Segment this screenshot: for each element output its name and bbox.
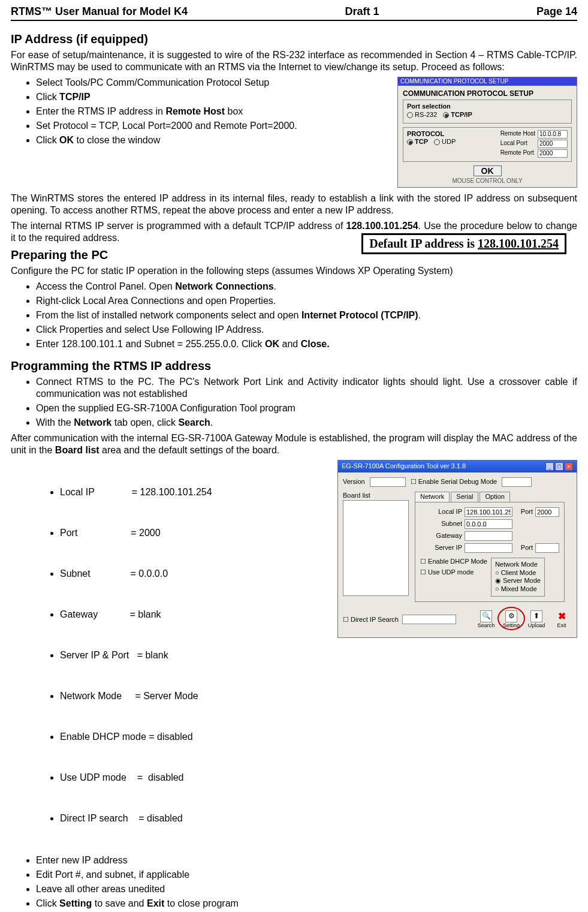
list-item: Click Properties and select Use Followin… <box>36 324 577 336</box>
paragraph-winrtms-store: The WinRTMS stores the entered IP addres… <box>11 192 577 216</box>
setting-button[interactable]: ⚙Setting <box>501 610 521 629</box>
list-item-text: Access the Control Panel. Open <box>36 281 175 291</box>
serial-debug-input[interactable] <box>502 477 532 487</box>
list-item-text: tab open, click <box>111 417 178 428</box>
board-list[interactable] <box>343 500 409 596</box>
radio-server-mode[interactable]: Server Mode <box>495 577 541 585</box>
maximize-icon[interactable]: □ <box>555 462 563 471</box>
remote-host-label: Remote Host <box>500 130 535 139</box>
list-item-text: to close the window <box>74 135 160 145</box>
port-input[interactable] <box>535 507 559 517</box>
list-item-text: From the list of installed network compo… <box>36 310 301 320</box>
version-input[interactable] <box>370 477 406 487</box>
ok-button[interactable]: OK <box>474 165 502 176</box>
paragraph-text: The internal RTMS IP server is programme… <box>11 221 346 231</box>
list-item-text: box <box>225 106 243 116</box>
list-item: From the list of installed network compo… <box>36 309 577 321</box>
list-item-bold: Close. <box>301 339 330 349</box>
radio-rs232-label: RS-232 <box>415 111 437 119</box>
version-label: Version <box>343 478 365 486</box>
subnet-input[interactable] <box>465 519 512 529</box>
programming-ip-steps: Connect RTMS to the PC. The PC's Network… <box>24 376 577 429</box>
close-icon[interactable]: × <box>565 462 573 471</box>
icon-label: Upload <box>528 622 545 629</box>
list-item: Edit Port #, and subnet, if applicable <box>36 869 577 881</box>
paragraph-bold: Board list <box>55 445 99 455</box>
config-tool-title: EG-SR-7100A Configuration Tool ver 3.1.8 <box>342 462 466 471</box>
exit-button[interactable]: ✖Exit <box>551 610 572 629</box>
list-item: Network Mode = Server Mode <box>60 690 577 702</box>
enable-dhcp-checkbox[interactable]: Enable DHCP Mode <box>420 558 487 566</box>
radio-tcpip-label: TCP/IP <box>451 111 472 119</box>
radio-udp[interactable]: UDP <box>434 138 456 146</box>
tab-network[interactable]: Network <box>415 492 450 502</box>
server-ip-input[interactable] <box>465 543 512 553</box>
list-item-text: . <box>418 310 421 320</box>
list-item: Right-click Local Area Connections and o… <box>36 295 577 307</box>
exit-icon: ✖ <box>556 610 568 622</box>
remote-host-input[interactable] <box>538 130 568 139</box>
list-item-text: . <box>210 417 213 428</box>
final-steps-list: Enter new IP address Edit Port #, and su… <box>24 854 577 910</box>
use-udp-checkbox[interactable]: Use UDP mode <box>420 568 487 577</box>
list-item-text: Enter the RTMS IP address in <box>36 106 165 116</box>
direct-ip-search-checkbox[interactable]: Direct IP Search <box>343 616 399 624</box>
list-item-bold: TCP/IP <box>59 92 91 102</box>
enable-serial-debug-checkbox[interactable]: Enable Serial Debug Mode <box>411 478 497 486</box>
default-ip-callout: Default IP address is 128.100.101.254 <box>361 233 566 254</box>
radio-mixed-mode[interactable]: Mixed Mode <box>495 585 541 594</box>
dialog-titlebar: COMMUNICATION PROTOCOL SETUP <box>398 77 577 86</box>
upload-icon: ⬆ <box>530 610 542 622</box>
intro-preparing-pc: Configure the PC for static IP operation… <box>11 265 577 277</box>
page-header: RTMS™ User Manual for Model K4 Draft 1 P… <box>11 5 577 21</box>
minimize-icon[interactable]: _ <box>545 462 554 471</box>
radio-client-mode[interactable]: Client Mode <box>495 569 541 577</box>
list-item-bold: Exit <box>147 898 164 908</box>
local-port-input[interactable] <box>538 140 568 148</box>
list-item: Open the supplied EG-SR-7100A Configurat… <box>36 402 577 414</box>
list-item-bold: Setting <box>59 898 92 908</box>
protocol-label: PROTOCOL <box>407 130 456 139</box>
list-item: Access the Control Panel. Open Network C… <box>36 281 577 293</box>
list-item-bold: Search <box>178 417 210 428</box>
list-item: Enable DHCP mode = disabled <box>60 731 577 743</box>
list-item-text: and <box>279 339 301 349</box>
radio-tcpip[interactable]: TCP/IP <box>443 111 472 119</box>
list-item-bold: Network <box>74 417 111 428</box>
list-item: Connect RTMS to the PC. The PC's Network… <box>36 376 577 400</box>
radio-rs232[interactable]: RS-232 <box>407 111 437 119</box>
list-item-bold: OK <box>265 339 279 349</box>
gateway-input[interactable] <box>465 531 512 541</box>
list-item: Enter 128.100.101.1 and Subnet = 255.255… <box>36 338 577 350</box>
upload-button[interactable]: ⬆Upload <box>526 610 547 629</box>
heading-programming-ip: Programming the RTMS IP address <box>11 359 577 374</box>
port2-input[interactable] <box>535 543 559 553</box>
callout-ip: 128.100.101.254 <box>478 237 559 250</box>
local-ip-label: Local IP <box>420 508 462 516</box>
gateway-label: Gateway <box>420 532 462 540</box>
list-item-text: Enter 128.100.101.1 and Subnet = 255.255… <box>36 339 265 349</box>
dialog-heading: COMMUNICATION PROTOCOL SETUP <box>403 89 572 98</box>
doc-page: Page 14 <box>536 5 577 19</box>
intro-ip-address: For ease of setup/maintenance, it is sug… <box>11 49 577 73</box>
tab-serial[interactable]: Serial <box>451 492 478 502</box>
tab-option[interactable]: Option <box>480 492 509 502</box>
direct-ip-input[interactable] <box>402 615 456 624</box>
doc-title: RTMS™ User Manual for Model K4 <box>11 5 188 19</box>
radio-tcp[interactable]: TCP <box>407 138 428 146</box>
subnet-label: Subnet <box>420 520 462 528</box>
search-button[interactable]: 🔍Search <box>476 610 496 629</box>
list-item: With the Network tab open, click Search. <box>36 417 577 429</box>
radio-tcp-label: TCP <box>415 138 428 146</box>
preparing-pc-steps: Access the Control Panel. Open Network C… <box>24 281 577 350</box>
icon-label: Exit <box>557 622 566 629</box>
list-item-bold: OK <box>59 135 74 145</box>
port2-label: Port <box>515 544 533 552</box>
network-mode-group: Network Mode Client Mode Server Mode Mix… <box>491 558 545 597</box>
paragraph-text: area and the default settings of the boa… <box>99 445 280 455</box>
local-ip-input[interactable] <box>465 507 512 517</box>
remote-port-input[interactable] <box>538 149 568 158</box>
mouse-control-only-label: MOUSE CONTROL ONLY <box>403 177 572 185</box>
paragraph-after-comm: After communication with the internal EG… <box>11 432 577 456</box>
local-port-label: Local Port <box>500 140 535 148</box>
